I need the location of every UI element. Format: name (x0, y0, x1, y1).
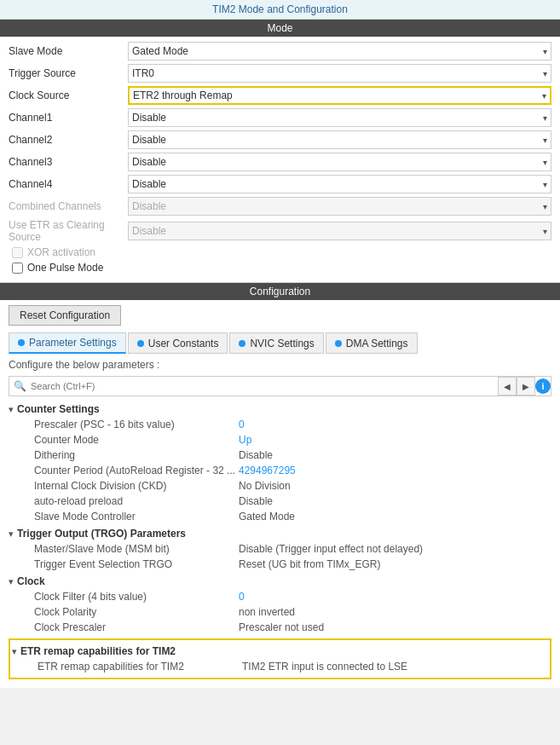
mode-field-row: Use ETR as Clearing SourceDisable▾ (9, 219, 551, 243)
mode-field-row: Clock SourceETR2 through Remap▾ (9, 86, 551, 105)
field-select-value: Disable (132, 156, 547, 168)
tree-item: Clock Filter (4 bits value)0 (34, 589, 551, 604)
tree-item-value: 4294967295 (239, 465, 551, 476)
tree-item: ETR remap capabilities for TIM2TIM2 ETR … (38, 659, 548, 674)
tree-item-value: Disable (239, 449, 551, 461)
tree-items: ETR remap capabilities for TIM2TIM2 ETR … (12, 659, 548, 674)
tree-item: Counter ModeUp (34, 432, 551, 448)
field-select-value: ETR2 through Remap (133, 90, 546, 101)
tree-group: ▾Counter SettingsPrescaler (PSC - 16 bit… (9, 401, 551, 524)
tab-dot-icon (18, 339, 25, 346)
mode-field-row: Slave ModeGated Mode▾ (9, 42, 551, 61)
field-select-value: Disable (132, 112, 547, 124)
tree-group-header[interactable]: ▾ETR remap capabilities for TIM2 (12, 644, 548, 659)
field-select-value: Disable (132, 178, 547, 190)
tree-item: auto-reload preloadDisable (34, 494, 551, 509)
field-select[interactable]: ITR0▾ (128, 64, 551, 83)
tree-items: Prescaler (PSC - 16 bits value)0Counter … (9, 417, 551, 524)
field-label: Combined Channels (9, 200, 128, 212)
field-select[interactable]: ETR2 through Remap▾ (128, 86, 551, 105)
tab-dot-icon (335, 340, 342, 347)
tab-label: User Constants (148, 338, 219, 349)
field-select[interactable]: Disable▾ (128, 108, 551, 127)
tab-label: Parameter Settings (29, 337, 117, 349)
tree-item-value: 0 (239, 419, 551, 430)
tree-item: Clock PrescalerPrescaler not used (34, 620, 551, 635)
field-select[interactable]: Disable▾ (128, 222, 551, 240)
tree-item-value: 0 (239, 591, 551, 603)
tree-group-header[interactable]: ▾Counter Settings (9, 401, 551, 417)
mode-field-row: Channel1Disable▾ (9, 108, 551, 127)
field-select[interactable]: Gated Mode▾ (128, 42, 551, 61)
tree-group-label: ETR remap capabilities for TIM2 (20, 645, 176, 657)
mode-field-row: Combined ChannelsDisable▾ (9, 197, 551, 216)
tab-dot-icon (239, 340, 245, 347)
field-label: Channel2 (9, 134, 128, 146)
tree-toggle-icon: ▾ (12, 646, 17, 657)
tree-item-label: Internal Clock Division (CKD) (34, 480, 239, 492)
tree-item-value: Reset (UG bit from TIMx_EGR) (239, 558, 551, 570)
tree-item-value: Prescaler not used (239, 621, 551, 633)
mode-checkboxes: XOR activationOne Pulse Mode (9, 246, 551, 274)
field-select[interactable]: Disable▾ (128, 153, 551, 171)
search-input[interactable] (31, 381, 498, 391)
field-select-value: Disable (132, 225, 547, 237)
dropdown-arrow-icon: ▾ (543, 180, 547, 189)
tree-item: Trigger Event Selection TRGOReset (UG bi… (34, 557, 551, 572)
tree-group-label: Trigger Output (TRGO) Parameters (17, 528, 186, 540)
main-container: TIM2 Mode and Configuration Mode Slave M… (0, 0, 560, 688)
tree-item-label: Slave Mode Controller (34, 511, 239, 523)
tree-toggle-icon: ▾ (9, 404, 14, 415)
dropdown-arrow-icon: ▾ (543, 202, 547, 211)
tree-group-header[interactable]: ▾Clock (9, 574, 551, 589)
tab-parameter-settings[interactable]: Parameter Settings (9, 332, 126, 354)
field-select[interactable]: Disable▾ (128, 130, 551, 149)
dropdown-arrow-icon: ▾ (542, 91, 546, 101)
tree-item-label: Counter Mode (34, 434, 239, 446)
tree-item-label: ETR remap capabilities for TIM2 (38, 661, 242, 673)
config-section-header: Configuration (0, 283, 560, 300)
tree-group: ▾ClockClock Filter (4 bits value)0Clock … (9, 574, 551, 635)
tab-user-constants[interactable]: User Constants (128, 332, 228, 354)
info-icon: i (535, 378, 551, 394)
field-label: Channel4 (9, 178, 128, 190)
tree-item-value: Gated Mode (239, 511, 551, 523)
tree-group: ▾ETR remap capabilities for TIM2ETR rema… (9, 638, 551, 679)
prev-arrow[interactable]: ◀ (498, 377, 517, 396)
tree-item-label: Dithering (34, 449, 239, 461)
tab-dma-settings[interactable]: DMA Settings (326, 332, 418, 354)
dropdown-arrow-icon: ▾ (543, 158, 547, 167)
tree-item-value: No Division (239, 480, 551, 492)
field-select[interactable]: Disable▾ (128, 197, 551, 216)
window-title: TIM2 Mode and Configuration (0, 0, 560, 20)
tree-item-value: non inverted (239, 606, 551, 618)
tree-toggle-icon: ▾ (9, 576, 14, 587)
tree-item-value: Up (239, 434, 551, 446)
tabs-bar: Parameter SettingsUser ConstantsNVIC Set… (9, 332, 551, 354)
dropdown-arrow-icon: ▾ (543, 69, 547, 78)
checkbox-row: XOR activation (9, 246, 551, 258)
checkbox-row: One Pulse Mode (9, 262, 551, 274)
tab-nvic-settings[interactable]: NVIC Settings (229, 332, 323, 354)
tree-item: Counter Period (AutoReload Register - 32… (34, 463, 551, 478)
reset-config-button[interactable]: Reset Configuration (9, 305, 121, 326)
field-select[interactable]: Disable▾ (128, 175, 551, 193)
mode-field-row: Channel3Disable▾ (9, 153, 551, 171)
field-label: Use ETR as Clearing Source (9, 219, 128, 243)
tree-item-label: auto-reload preload (34, 495, 239, 507)
dropdown-arrow-icon: ▾ (543, 113, 547, 123)
mode-fields: Slave ModeGated Mode▾Trigger SourceITR0▾… (9, 42, 551, 243)
checkbox-input[interactable] (12, 247, 23, 258)
tree-item-label: Master/Slave Mode (MSM bit) (34, 543, 239, 555)
field-label: Channel1 (9, 112, 128, 124)
config-section: Reset Configuration Parameter SettingsUs… (0, 300, 560, 688)
mode-field-row: Channel2Disable▾ (9, 130, 551, 149)
field-label: Channel3 (9, 156, 128, 168)
checkbox-input[interactable] (12, 263, 23, 274)
tree-item: DitheringDisable (34, 448, 551, 463)
tree-item-value: Disable (Trigger input effect not delaye… (239, 543, 551, 555)
tree-item-value: Disable (239, 495, 551, 507)
next-arrow[interactable]: ▶ (517, 377, 535, 396)
checkbox-label: One Pulse Mode (27, 262, 103, 274)
tree-group-header[interactable]: ▾Trigger Output (TRGO) Parameters (9, 526, 551, 541)
